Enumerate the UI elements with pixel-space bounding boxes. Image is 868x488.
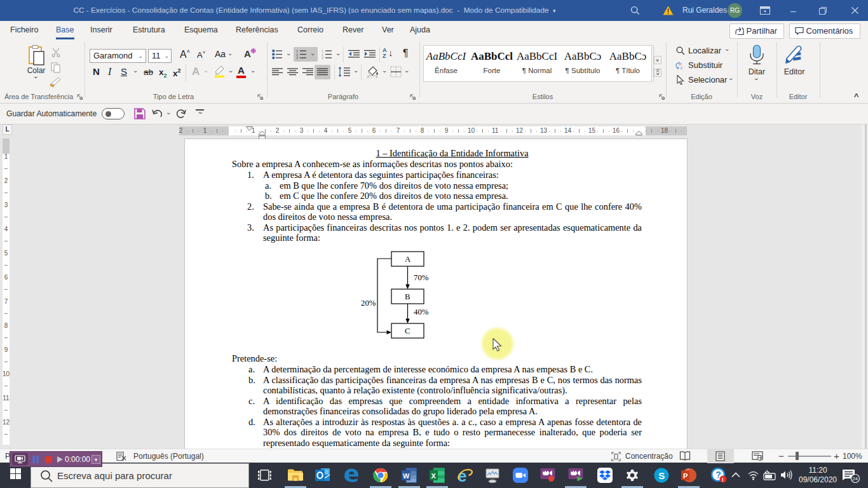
- svg-text:70%: 70%: [414, 273, 429, 282]
- svg-text:24: 24: [853, 476, 858, 482]
- svg-text:40%: 40%: [414, 308, 429, 316]
- svg-text:A: A: [405, 255, 411, 264]
- svg-text:20%: 20%: [361, 299, 376, 308]
- svg-text:c: c: [681, 64, 683, 71]
- svg-text:P: P: [683, 472, 688, 480]
- svg-text:3: 3: [296, 56, 298, 59]
- svg-text:C: C: [405, 327, 410, 336]
- svg-text:S: S: [658, 470, 665, 481]
- svg-text:B: B: [405, 292, 410, 301]
- svg-text:X: X: [431, 472, 437, 480]
- svg-text:W: W: [403, 472, 410, 480]
- svg-text:3: 3: [322, 56, 323, 59]
- svg-text:!: !: [722, 477, 724, 483]
